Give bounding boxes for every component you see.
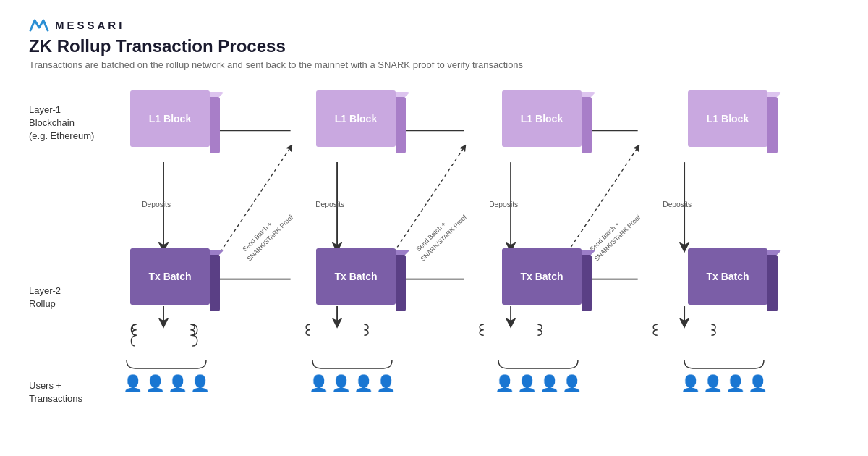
l1-cube-4: L1 Block [688,89,767,147]
l1-block-2: L1 Block [316,89,396,147]
user-icon: 👤 [354,374,373,393]
user-icon: 👤 [145,374,165,393]
svg-text:Deposits: Deposits [663,200,692,208]
user-group-4: 👤 👤 👤 👤 [681,357,767,393]
user-icon: 👤 [376,374,396,393]
user-icon: 👤 [517,374,537,393]
user-icon: 👤 [123,374,142,393]
messari-icon [29,17,49,32]
blocks-area: Deposits Deposits Deposits Deposits Send… [123,82,839,429]
user-icon: 👤 [309,374,328,393]
l1-cube-1: L1 Block [130,89,210,147]
user-icon: 👤 [681,374,700,393]
l2-cube-2: Tx Batch [316,247,396,305]
svg-text:SNARK/STARK Proof: SNARK/STARK Proof [419,214,468,263]
user-group-2: 👤 👤 👤 👤 [309,357,396,393]
l1-block-4: L1 Block [688,89,767,147]
l1-cube-3: L1 Block [502,89,582,147]
label-users: Users +Transactions [29,379,123,405]
l1-block-1: L1 Block [130,89,210,147]
left-labels: Layer-1Blockchain(e.g. Ethereum) Layer-2… [29,82,123,429]
svg-text:SNARK/STARK Proof: SNARK/STARK Proof [593,214,642,263]
page-subtitle: Transactions are batched on the rollup n… [29,59,839,70]
label-layer2: Layer-2Rollup [29,284,123,311]
user-icon: 👤 [562,374,582,393]
page-title: ZK Rollup Transaction Process [29,36,839,56]
page-container: MESSARI ZK Rollup Transaction Process Tr… [0,0,868,456]
brace-2 [309,357,396,370]
brace-3 [495,357,582,370]
user-icon: 👤 [540,374,559,393]
brace-1 [123,357,210,370]
l2-block-1: Tx Batch [130,247,210,305]
svg-text:Send Batch +: Send Batch + [588,220,621,253]
svg-text:Deposits: Deposits [315,200,344,208]
l2-cube-3: Tx Batch [502,247,582,305]
l2-block-3: Tx Batch [502,247,582,305]
svg-text:Deposits: Deposits [142,200,171,208]
l2-cube-1: Tx Batch [130,247,210,305]
svg-text:SNARK/STARK Proof: SNARK/STARK Proof [245,214,294,263]
user-icon: 👤 [190,374,210,393]
user-group-1: 👤 👤 👤 👤 [123,357,210,393]
l2-cube-4: Tx Batch [688,247,767,305]
label-layer1: Layer-1Blockchain(e.g. Ethereum) [29,104,123,143]
l2-block-2: Tx Batch [316,247,396,305]
brace-4 [681,357,767,370]
l1-block-3: L1 Block [502,89,582,147]
user-icon: 👤 [703,374,723,393]
user-group-3: 👤 👤 👤 👤 [495,357,582,393]
l2-block-4: Tx Batch [688,247,767,305]
svg-text:Deposits: Deposits [489,200,518,208]
user-icon: 👤 [726,374,745,393]
svg-text:Send Batch +: Send Batch + [241,220,273,253]
user-icon: 👤 [495,374,514,393]
logo-text: MESSARI [55,19,124,31]
user-icon: 👤 [331,374,351,393]
diagram: Layer-1Blockchain(e.g. Ethereum) Layer-2… [29,82,839,429]
user-icon: 👤 [748,374,767,393]
header: MESSARI ZK Rollup Transaction Process Tr… [29,17,839,70]
user-icon: 👤 [168,374,187,393]
svg-text:Send Batch +: Send Batch + [414,220,447,253]
logo-area: MESSARI [29,17,839,32]
l1-cube-2: L1 Block [316,89,396,147]
